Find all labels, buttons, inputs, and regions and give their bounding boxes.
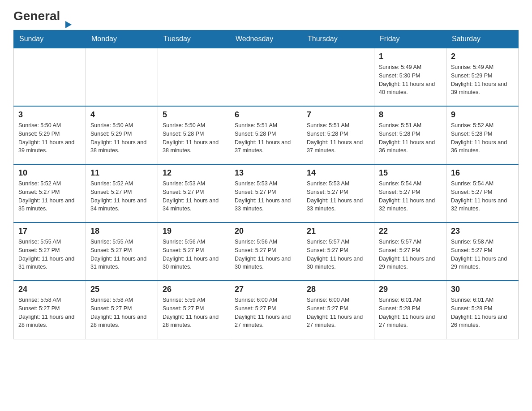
week-row-1: 1Sunrise: 5:49 AMSunset: 5:30 PMDaylight… bbox=[14, 48, 519, 106]
calendar-cell bbox=[230, 48, 302, 106]
weekday-header-row: SundayMondayTuesdayWednesdayThursdayFrid… bbox=[14, 30, 519, 48]
calendar-cell: 10Sunrise: 5:52 AMSunset: 5:27 PMDayligh… bbox=[14, 164, 86, 223]
calendar-cell: 28Sunrise: 6:00 AMSunset: 5:27 PMDayligh… bbox=[302, 281, 374, 339]
week-row-3: 10Sunrise: 5:52 AMSunset: 5:27 PMDayligh… bbox=[14, 164, 519, 223]
day-info: Sunrise: 5:57 AMSunset: 5:27 PMDaylight:… bbox=[379, 238, 442, 271]
day-info: Sunrise: 5:49 AMSunset: 5:30 PMDaylight:… bbox=[379, 63, 442, 97]
day-info: Sunrise: 5:59 AMSunset: 5:27 PMDaylight:… bbox=[163, 296, 225, 330]
day-number: 11 bbox=[90, 168, 153, 178]
day-info: Sunrise: 6:00 AMSunset: 5:27 PMDaylight:… bbox=[307, 296, 369, 330]
day-number: 3 bbox=[18, 110, 81, 120]
calendar-cell: 20Sunrise: 5:56 AMSunset: 5:27 PMDayligh… bbox=[230, 223, 302, 281]
day-number: 22 bbox=[379, 227, 442, 236]
day-number: 12 bbox=[163, 168, 225, 178]
day-number: 9 bbox=[451, 110, 514, 120]
day-number: 13 bbox=[235, 168, 297, 178]
calendar-cell: 16Sunrise: 5:54 AMSunset: 5:27 PMDayligh… bbox=[446, 164, 519, 223]
logo: General bbox=[13, 9, 64, 21]
weekday-header-thursday: Thursday bbox=[302, 30, 374, 48]
day-info: Sunrise: 5:58 AMSunset: 5:27 PMDaylight:… bbox=[18, 296, 81, 330]
day-number: 23 bbox=[451, 227, 514, 236]
week-row-2: 3Sunrise: 5:50 AMSunset: 5:29 PMDaylight… bbox=[14, 106, 519, 164]
calendar-cell: 25Sunrise: 5:58 AMSunset: 5:27 PMDayligh… bbox=[86, 281, 158, 339]
day-info: Sunrise: 5:58 AMSunset: 5:27 PMDaylight:… bbox=[451, 238, 514, 271]
day-info: Sunrise: 5:54 AMSunset: 5:27 PMDaylight:… bbox=[379, 180, 442, 213]
calendar-cell bbox=[302, 48, 374, 106]
day-info: Sunrise: 5:54 AMSunset: 5:27 PMDaylight:… bbox=[451, 180, 514, 213]
day-number: 30 bbox=[451, 285, 514, 294]
weekday-header-sunday: Sunday bbox=[14, 30, 86, 48]
calendar-cell bbox=[158, 48, 230, 106]
day-info: Sunrise: 5:57 AMSunset: 5:27 PMDaylight:… bbox=[307, 238, 369, 271]
day-number: 14 bbox=[307, 168, 369, 178]
day-info: Sunrise: 5:49 AMSunset: 5:29 PMDaylight:… bbox=[451, 63, 514, 97]
calendar-cell: 24Sunrise: 5:58 AMSunset: 5:27 PMDayligh… bbox=[14, 281, 86, 339]
day-number: 5 bbox=[163, 110, 225, 120]
calendar-cell: 5Sunrise: 5:50 AMSunset: 5:28 PMDaylight… bbox=[158, 106, 230, 164]
calendar-cell: 4Sunrise: 5:50 AMSunset: 5:29 PMDaylight… bbox=[86, 106, 158, 164]
calendar-cell: 12Sunrise: 5:53 AMSunset: 5:27 PMDayligh… bbox=[158, 164, 230, 223]
calendar-cell: 7Sunrise: 5:51 AMSunset: 5:28 PMDaylight… bbox=[302, 106, 374, 164]
weekday-header-friday: Friday bbox=[374, 30, 446, 48]
calendar-cell: 22Sunrise: 5:57 AMSunset: 5:27 PMDayligh… bbox=[374, 223, 446, 281]
day-info: Sunrise: 5:53 AMSunset: 5:27 PMDaylight:… bbox=[163, 180, 225, 213]
day-info: Sunrise: 6:00 AMSunset: 5:27 PMDaylight:… bbox=[235, 296, 297, 330]
day-number: 29 bbox=[379, 285, 442, 294]
page-header: General bbox=[13, 9, 519, 21]
day-number: 19 bbox=[163, 227, 225, 236]
day-info: Sunrise: 5:51 AMSunset: 5:28 PMDaylight:… bbox=[379, 121, 442, 155]
day-info: Sunrise: 5:52 AMSunset: 5:27 PMDaylight:… bbox=[90, 180, 153, 213]
day-info: Sunrise: 6:01 AMSunset: 5:28 PMDaylight:… bbox=[379, 296, 442, 330]
calendar-cell: 14Sunrise: 5:53 AMSunset: 5:27 PMDayligh… bbox=[302, 164, 374, 223]
day-info: Sunrise: 5:56 AMSunset: 5:27 PMDaylight:… bbox=[163, 238, 225, 271]
day-number: 20 bbox=[235, 227, 297, 236]
day-info: Sunrise: 5:58 AMSunset: 5:27 PMDaylight:… bbox=[90, 296, 153, 330]
day-number: 25 bbox=[90, 285, 153, 294]
day-info: Sunrise: 5:52 AMSunset: 5:28 PMDaylight:… bbox=[451, 121, 514, 155]
day-number: 8 bbox=[379, 110, 442, 120]
day-number: 4 bbox=[90, 110, 153, 120]
calendar-cell: 11Sunrise: 5:52 AMSunset: 5:27 PMDayligh… bbox=[86, 164, 158, 223]
calendar-cell: 2Sunrise: 5:49 AMSunset: 5:29 PMDaylight… bbox=[446, 48, 519, 106]
day-number: 1 bbox=[379, 52, 442, 61]
day-number: 15 bbox=[379, 168, 442, 178]
calendar-cell: 1Sunrise: 5:49 AMSunset: 5:30 PMDaylight… bbox=[374, 48, 446, 106]
weekday-header-tuesday: Tuesday bbox=[158, 30, 230, 48]
day-info: Sunrise: 5:53 AMSunset: 5:27 PMDaylight:… bbox=[235, 180, 297, 213]
weekday-header-wednesday: Wednesday bbox=[230, 30, 302, 48]
calendar-cell: 9Sunrise: 5:52 AMSunset: 5:28 PMDaylight… bbox=[446, 106, 519, 164]
day-number: 17 bbox=[18, 227, 81, 236]
calendar-cell: 29Sunrise: 6:01 AMSunset: 5:28 PMDayligh… bbox=[374, 281, 446, 339]
calendar-cell: 8Sunrise: 5:51 AMSunset: 5:28 PMDaylight… bbox=[374, 106, 446, 164]
day-number: 16 bbox=[451, 168, 514, 178]
calendar-cell bbox=[86, 48, 158, 106]
day-number: 27 bbox=[235, 285, 297, 294]
calendar-cell: 18Sunrise: 5:55 AMSunset: 5:27 PMDayligh… bbox=[86, 223, 158, 281]
day-number: 21 bbox=[307, 227, 369, 236]
calendar-cell bbox=[14, 48, 86, 106]
day-number: 18 bbox=[90, 227, 153, 236]
logo-text-top: General bbox=[13, 9, 64, 23]
calendar-cell: 27Sunrise: 6:00 AMSunset: 5:27 PMDayligh… bbox=[230, 281, 302, 339]
day-info: Sunrise: 5:51 AMSunset: 5:28 PMDaylight:… bbox=[235, 121, 297, 155]
svg-marker-0 bbox=[65, 21, 72, 28]
calendar-cell: 21Sunrise: 5:57 AMSunset: 5:27 PMDayligh… bbox=[302, 223, 374, 281]
day-info: Sunrise: 5:56 AMSunset: 5:27 PMDaylight:… bbox=[235, 238, 297, 271]
calendar-cell: 3Sunrise: 5:50 AMSunset: 5:29 PMDaylight… bbox=[14, 106, 86, 164]
day-number: 28 bbox=[307, 285, 369, 294]
calendar-cell: 6Sunrise: 5:51 AMSunset: 5:28 PMDaylight… bbox=[230, 106, 302, 164]
day-info: Sunrise: 5:50 AMSunset: 5:29 PMDaylight:… bbox=[90, 121, 153, 155]
day-info: Sunrise: 5:51 AMSunset: 5:28 PMDaylight:… bbox=[307, 121, 369, 155]
day-info: Sunrise: 5:55 AMSunset: 5:27 PMDaylight:… bbox=[90, 238, 153, 271]
day-info: Sunrise: 5:53 AMSunset: 5:27 PMDaylight:… bbox=[307, 180, 369, 213]
week-row-4: 17Sunrise: 5:55 AMSunset: 5:27 PMDayligh… bbox=[14, 223, 519, 281]
day-number: 6 bbox=[235, 110, 297, 120]
calendar-cell: 15Sunrise: 5:54 AMSunset: 5:27 PMDayligh… bbox=[374, 164, 446, 223]
calendar-cell: 23Sunrise: 5:58 AMSunset: 5:27 PMDayligh… bbox=[446, 223, 519, 281]
day-info: Sunrise: 6:01 AMSunset: 5:28 PMDaylight:… bbox=[451, 296, 514, 330]
day-number: 7 bbox=[307, 110, 369, 120]
calendar-cell: 26Sunrise: 5:59 AMSunset: 5:27 PMDayligh… bbox=[158, 281, 230, 339]
day-info: Sunrise: 5:52 AMSunset: 5:27 PMDaylight:… bbox=[18, 180, 81, 213]
calendar-cell: 19Sunrise: 5:56 AMSunset: 5:27 PMDayligh… bbox=[158, 223, 230, 281]
day-number: 2 bbox=[451, 52, 514, 61]
